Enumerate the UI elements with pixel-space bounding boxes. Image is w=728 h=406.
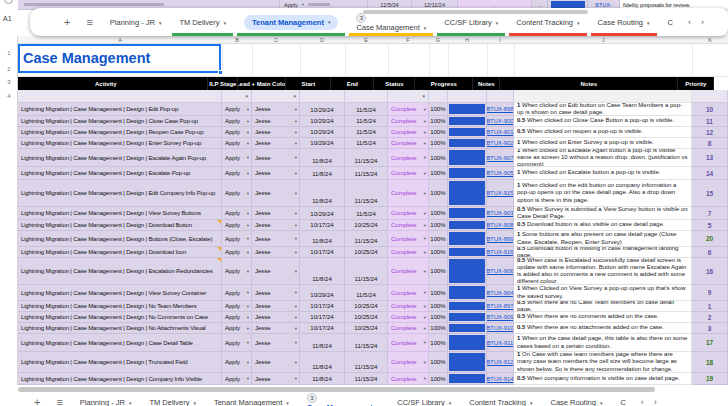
progress-pct-cell[interactable]: 100% (429, 138, 448, 149)
header-start[interactable]: Start (286, 77, 331, 90)
column-letter-J[interactable]: J (602, 37, 605, 43)
lead-cell[interactable]: Jesse▾ (252, 352, 300, 373)
header-ilp-stage[interactable]: ILP Stage (208, 77, 238, 90)
chevron-down-icon[interactable]: ▾ (247, 223, 249, 228)
ticket-link-cell[interactable]: BTUX-909 (487, 312, 514, 323)
status-cell[interactable]: Complete▾ (388, 312, 429, 323)
activity-cell[interactable]: Lightning Migration | Case Management | … (18, 207, 222, 220)
row-number[interactable]: 3 (0, 79, 18, 85)
chevron-down-icon[interactable]: ▾ (496, 20, 499, 26)
ilp-stage-cell[interactable]: Apply▾ (222, 149, 252, 167)
note-cell[interactable]: 1 When clicked on Edit button on Case Te… (514, 103, 692, 116)
chevron-down-icon[interactable]: ▾ (295, 326, 297, 331)
end-date-cell[interactable]: 11/15/24 (345, 258, 388, 285)
start-date-cell[interactable]: 10/17/24 (300, 312, 345, 323)
lead-cell[interactable]: Jesse▾ (252, 301, 300, 312)
activity-cell[interactable]: Lightning Migration | Case Management | … (18, 149, 222, 167)
chevron-down-icon[interactable]: ▾ (424, 376, 426, 381)
end-date-cell[interactable]: 11/5/24 (345, 103, 388, 116)
header-lead[interactable]: Lead + Main Color (238, 77, 286, 90)
chevron-down-icon[interactable]: ▾ (247, 171, 249, 176)
lead-cell[interactable]: Jesse▾ (252, 334, 300, 352)
chevron-down-icon[interactable]: ▾ (223, 20, 226, 26)
priority-cell[interactable]: 7 (692, 207, 728, 220)
ticket-link-cell[interactable]: BTUX-901 (487, 127, 514, 138)
lead-cell[interactable]: Jesse▾ (252, 207, 300, 220)
ticket-link[interactable]: BTUX-910 (487, 325, 514, 331)
start-date-cell[interactable]: 10/29/24 (300, 285, 345, 301)
status-cell[interactable]: Complete▾ (388, 138, 429, 149)
chevron-down-icon[interactable]: ▾ (247, 304, 249, 309)
chevron-down-icon[interactable]: ▾ (247, 360, 249, 365)
lead-cell[interactable]: Jesse▾ (252, 373, 300, 385)
tab-case-management[interactable]: 3Case Management▾ (298, 392, 388, 406)
activity-cell[interactable]: Lightning Migration | Case Management | … (18, 301, 222, 312)
chevron-down-icon[interactable]: ▾ (647, 20, 650, 26)
ticket-link-cell[interactable]: BTUX-904 (487, 285, 514, 301)
priority-cell[interactable]: 19 (692, 373, 728, 385)
tab-case-routing[interactable]: Case Routing▾ (589, 8, 659, 36)
chevron-down-icon[interactable]: ▾ (295, 269, 297, 274)
priority-cell[interactable]: 13 (692, 149, 728, 167)
tab-overflow[interactable]: C (611, 392, 634, 406)
start-date-cell[interactable]: 11/8/24 (300, 258, 345, 285)
ticket-link-cell[interactable]: BTUX-903 (487, 207, 514, 220)
ticket-link[interactable]: BTUX-904 (487, 290, 514, 296)
end-date-cell[interactable]: 10/25/24 (345, 247, 388, 258)
priority-cell[interactable]: 2 (692, 312, 728, 323)
filter-cell-status[interactable]: ▼ (388, 90, 429, 103)
priority-cell[interactable]: 8 (692, 138, 728, 149)
progress-bar-cell[interactable] (448, 231, 487, 247)
ilp-stage-cell[interactable]: Apply▾ (222, 312, 252, 323)
ilp-stage-cell[interactable]: Apply▾ (222, 247, 252, 258)
tab-content-tracking[interactable]: Content Tracking▾ (460, 392, 541, 406)
chevron-down-icon[interactable]: ▾ (295, 236, 297, 241)
progress-bar-cell[interactable] (448, 352, 487, 373)
filter-cell-lead[interactable]: ▼ (252, 90, 300, 103)
tab-planning-jr[interactable]: Planning - JR▾ (101, 8, 171, 36)
progress-bar-cell[interactable] (448, 334, 487, 352)
lead-cell[interactable]: Jesse▾ (252, 149, 300, 167)
chevron-down-icon[interactable]: ▾ (286, 400, 289, 406)
progress-pct-cell[interactable]: 100% (429, 116, 448, 127)
activity-cell[interactable]: Lightning Migration | Case Management | … (18, 138, 222, 149)
header-notes-link[interactable]: Notes (473, 77, 500, 90)
progress-bar-cell[interactable] (448, 207, 487, 220)
status-cell[interactable]: Complete▾ (388, 180, 429, 207)
tab-tm-delivery[interactable]: TM Delivery▾ (140, 392, 205, 406)
note-cell[interactable]: 0.5 When case is Escalated successfully … (514, 258, 692, 285)
status-cell[interactable]: Complete▾ (388, 258, 429, 285)
ticket-link[interactable]: BTUX-900 (487, 118, 514, 124)
priority-cell[interactable]: 17 (692, 334, 728, 352)
progress-bar-cell[interactable] (448, 138, 487, 149)
progress-bar-cell[interactable] (448, 285, 487, 301)
note-cell[interactable]: 1 When clicked on Enter Survey a pop-up … (514, 138, 692, 149)
ticket-link[interactable]: BTUX-898 (487, 106, 514, 112)
end-date-cell[interactable]: 10/25/24 (345, 323, 388, 334)
progress-pct-cell[interactable]: 100% (429, 352, 448, 373)
activity-cell[interactable]: Lightning Migration | Case Management | … (18, 285, 222, 301)
end-date-cell[interactable]: 10/25/24 (345, 312, 388, 323)
ticket-link-cell[interactable]: BTUX-897 (487, 301, 514, 312)
chevron-down-icon[interactable]: ▾ (295, 141, 297, 146)
chevron-down-icon[interactable]: ▾ (247, 315, 249, 320)
end-date-cell[interactable]: 11/5/24 (345, 207, 388, 220)
filter-cell-priority[interactable] (692, 90, 728, 103)
chevron-down-icon[interactable]: ▾ (424, 360, 426, 365)
status-cell[interactable]: Complete▾ (388, 207, 429, 220)
filter-cell-bar[interactable] (448, 90, 487, 103)
activity-cell[interactable]: Lightning Migration | Case Management | … (18, 334, 222, 352)
ticket-link[interactable]: BTUX-912 (487, 359, 514, 365)
lead-cell[interactable]: Jesse▾ (252, 258, 300, 285)
status-cell[interactable]: Complete▾ (388, 220, 429, 231)
filter-cell-end[interactable] (345, 90, 388, 103)
priority-cell[interactable]: 5 (692, 220, 728, 231)
column-letter-I[interactable]: I (499, 37, 501, 43)
chevron-down-icon[interactable]: ▾ (247, 119, 249, 124)
ticket-link[interactable]: BTUX-908 (487, 222, 514, 228)
activity-cell[interactable]: Lightning Migration | Case Management | … (18, 247, 222, 258)
status-cell[interactable]: Complete▾ (388, 323, 429, 334)
column-letter-C[interactable]: C (274, 37, 278, 43)
tab-cc-sf-library[interactable]: CC/SF Library▾ (435, 8, 507, 36)
filter-cell-ilp[interactable]: ▼ (222, 90, 252, 103)
